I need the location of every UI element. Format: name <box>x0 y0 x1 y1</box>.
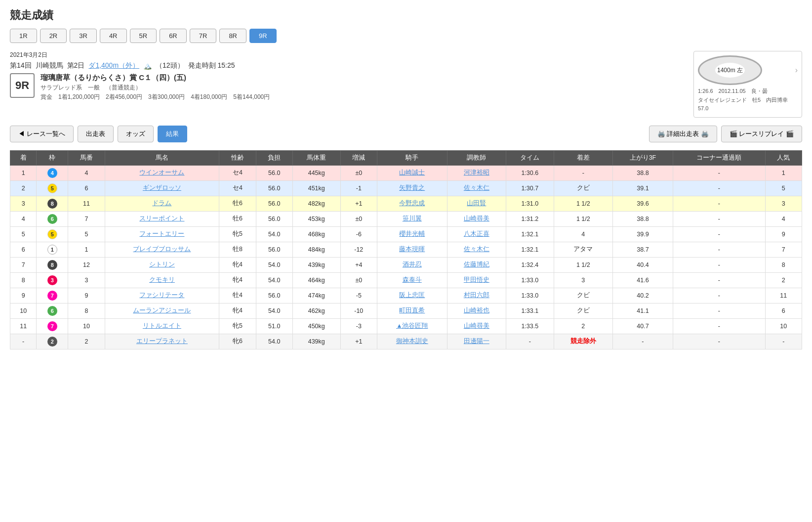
cell-jockey[interactable]: 阪上忠匡 <box>377 288 447 303</box>
cell-popularity: 8 <box>765 257 802 272</box>
cell-jockey[interactable]: 町田直希 <box>377 303 447 318</box>
cell-jockey[interactable]: 今野忠成 <box>377 196 447 211</box>
chevron-right-icon[interactable]: › <box>795 66 798 75</box>
cell-jockey[interactable]: 山崎誠士 <box>377 165 447 180</box>
cell-popularity: 2 <box>765 272 802 288</box>
cell-jockey[interactable]: 酒井忍 <box>377 257 447 272</box>
cell-popularity: 10 <box>765 318 802 334</box>
cell-corner: - <box>673 211 765 226</box>
cell-horse-name[interactable]: リトルエイト <box>105 318 219 334</box>
cell-trainer[interactable]: 山崎裕也 <box>447 303 506 318</box>
cell-trainer[interactable]: 八木正喜 <box>447 226 506 242</box>
cell-time: 1:33.5 <box>506 318 554 334</box>
cell-waku: 5 <box>37 180 68 196</box>
cell-corner: - <box>673 272 765 288</box>
tab-6r[interactable]: 6R <box>160 29 187 43</box>
cell-horse-name[interactable]: ウインオーサム <box>105 165 219 180</box>
cell-waku: 6 <box>37 303 68 318</box>
cell-trainer[interactable]: 山崎尋美 <box>447 318 506 334</box>
back-to-list-button[interactable]: ◀ レース一覧へ <box>10 126 74 142</box>
cell-horse-name[interactable]: フォートエリー <box>105 226 219 242</box>
cell-trainer[interactable]: 山田賢 <box>447 196 506 211</box>
cell-horse-name[interactable]: ブレイブブロッサム <box>105 242 219 257</box>
cell-trainer[interactable]: 村田六郎 <box>447 288 506 303</box>
cell-trainer[interactable]: 田邊陽一 <box>447 334 506 349</box>
cell-margin: クビ <box>554 288 612 303</box>
cell-waku: 2 <box>37 334 68 349</box>
col-jockey: 騎手 <box>377 150 447 165</box>
cell-jockey[interactable]: 森泰斗 <box>377 272 447 288</box>
cell-margin: 1 1/2 <box>554 257 612 272</box>
tab-4r[interactable]: 4R <box>100 29 127 43</box>
tab-1r[interactable]: 1R <box>10 29 37 43</box>
cell-uma: 5 <box>68 226 105 242</box>
cell-horse-name[interactable]: クモキリ <box>105 272 219 288</box>
cell-horse-name[interactable]: ファシリテータ <box>105 288 219 303</box>
cell-last3f: 38.8 <box>612 211 673 226</box>
cell-sex-age: 牡6 <box>219 196 256 211</box>
track-record-odds: 57.0 <box>698 104 798 113</box>
cell-trainer[interactable]: 河津裕昭 <box>447 165 506 180</box>
cell-horse-name[interactable]: ドラム <box>105 196 219 211</box>
race-tabs: 1R 2R 3R 4R 5R 6R 7R 8R 9R <box>10 29 802 43</box>
track-record-horse: タイセイレジェンド 牡5 内田博幸 <box>698 96 798 105</box>
tab-5r[interactable]: 5R <box>130 29 157 43</box>
cell-time: 1:30.6 <box>506 165 554 180</box>
tab-8r[interactable]: 8R <box>219 29 246 43</box>
cell-trainer[interactable]: 山崎尋美 <box>447 211 506 226</box>
cell-last3f: 40.4 <box>612 257 673 272</box>
cell-rank: 6 <box>10 242 37 257</box>
col-waku: 枠 <box>37 150 68 165</box>
entry-table-button[interactable]: 出走表 <box>78 126 114 142</box>
cell-margin: 4 <box>554 226 612 242</box>
cell-jockey[interactable]: 矢野貴之 <box>377 180 447 196</box>
cell-time: 1:32.1 <box>506 242 554 257</box>
tab-2r[interactable]: 2R <box>40 29 67 43</box>
results-table: 着 枠 馬番 馬名 性齢 負担 馬体重 増減 騎手 調教師 タイム 着差 上がり… <box>10 150 802 349</box>
race-session: 第14回 <box>10 61 32 70</box>
cell-trainer[interactable]: 佐藤博紀 <box>447 257 506 272</box>
cell-jockey[interactable]: 櫻井光輔 <box>377 226 447 242</box>
cell-trainer[interactable]: 佐々木仁 <box>447 180 506 196</box>
tab-7r[interactable]: 7R <box>190 29 217 43</box>
tab-9r[interactable]: 9R <box>249 29 277 43</box>
cell-trainer[interactable]: 甲田悟史 <box>447 272 506 288</box>
race-head-count: （12頭） <box>156 61 184 70</box>
cell-trainer[interactable]: 佐々木仁 <box>447 242 506 257</box>
col-trainer: 調教師 <box>447 150 506 165</box>
track-record: 1:26.6 2012.11.05 良・曇 <box>698 87 798 96</box>
cell-horse-name[interactable]: ギンザロッソ <box>105 180 219 196</box>
cell-last3f: 41.1 <box>612 303 673 318</box>
cell-margin: クビ <box>554 180 612 196</box>
cell-last3f: 40.7 <box>612 318 673 334</box>
cell-rank: 2 <box>10 180 37 196</box>
cell-corner: - <box>673 180 765 196</box>
cell-horse-name[interactable]: スリーポイント <box>105 211 219 226</box>
cell-body-weight: 468kg <box>292 226 340 242</box>
cell-uma: 6 <box>68 180 105 196</box>
race-replay-button[interactable]: 🎬 レースリプレイ 🎬 <box>721 126 802 142</box>
tab-3r[interactable]: 3R <box>70 29 97 43</box>
cell-corner: - <box>673 226 765 242</box>
cell-uma: 3 <box>68 272 105 288</box>
race-distance-link[interactable]: ダ1,400m（外） <box>88 61 139 70</box>
cell-body-weight: 439kg <box>292 257 340 272</box>
cell-rank: 9 <box>10 288 37 303</box>
cell-sex-age: 牡8 <box>219 242 256 257</box>
cell-margin: 2 <box>554 318 612 334</box>
cell-horse-name[interactable]: シトリン <box>105 257 219 272</box>
cell-jockey[interactable]: 御神本訓史 <box>377 334 447 349</box>
cell-jockey[interactable]: 藤本現暉 <box>377 242 447 257</box>
results-button[interactable]: 結果 <box>158 126 187 142</box>
detail-entry-table-button[interactable]: 🖨️ 詳細出走表 🖨️ <box>649 126 717 142</box>
odds-button[interactable]: オッズ <box>118 126 154 142</box>
cell-jockey[interactable]: 笹川翼 <box>377 211 447 226</box>
cell-jockey[interactable]: ▲池谷匠翔 <box>377 318 447 334</box>
cell-rank: 4 <box>10 211 37 226</box>
race-day: 第2日 <box>67 61 85 70</box>
cell-horse-name[interactable]: ムーランアジュール <box>105 303 219 318</box>
cell-last3f: - <box>612 334 673 349</box>
cell-horse-name[interactable]: エリープラネット <box>105 334 219 349</box>
cell-corner: - <box>673 165 765 180</box>
cell-diff-weight: -10 <box>340 303 377 318</box>
